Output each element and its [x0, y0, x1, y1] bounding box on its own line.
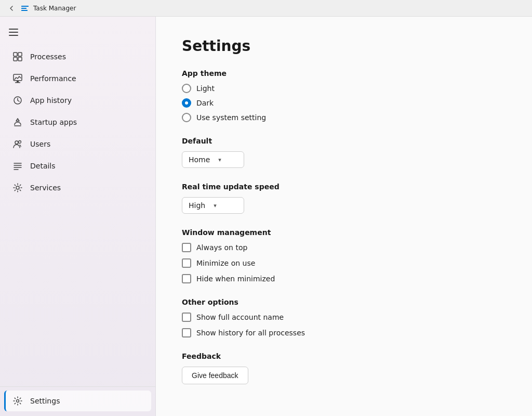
- svg-point-16: [19, 141, 21, 144]
- default-label: Default: [182, 137, 506, 145]
- other-options-label: Other options: [182, 298, 506, 306]
- users-icon: [12, 139, 23, 149]
- checkbox-box-minimize-on-use: [182, 258, 191, 268]
- sidebar-item-label-services: Services: [30, 184, 61, 192]
- radio-label-dark: Dark: [196, 99, 214, 107]
- update-speed-section: Real time update speed High ▾: [182, 183, 506, 214]
- update-speed-dropdown[interactable]: High ▾: [182, 197, 244, 214]
- sidebar-item-startup-apps[interactable]: Startup apps: [4, 112, 151, 133]
- app-body: Processes Performance App history: [0, 17, 532, 416]
- svg-rect-5: [9, 35, 18, 36]
- performance-icon: [12, 73, 23, 84]
- services-icon: [12, 183, 23, 193]
- sidebar-item-settings[interactable]: Settings: [4, 391, 151, 411]
- svg-rect-8: [14, 57, 17, 61]
- checkbox-box-show-history: [182, 328, 191, 337]
- checkbox-always-on-top[interactable]: Always on top: [182, 243, 506, 252]
- svg-rect-3: [9, 29, 18, 30]
- titlebar: Task Manager: [0, 0, 532, 17]
- svg-point-22: [17, 400, 19, 402]
- app-theme-section: App theme Light Dark Use system setting: [182, 69, 506, 122]
- checkbox-hide-when-minimized[interactable]: Hide when minimized: [182, 274, 506, 283]
- sidebar-item-services[interactable]: Services: [4, 177, 151, 198]
- svg-rect-11: [17, 81, 19, 82]
- processes-icon: [12, 51, 23, 62]
- sidebar-divider: [0, 386, 155, 387]
- sidebar-spacer: [0, 199, 155, 383]
- app-theme-label: App theme: [182, 69, 506, 77]
- checkbox-show-history-all-processes[interactable]: Show history for all processes: [182, 328, 506, 337]
- sidebar-item-label-performance: Performance: [30, 74, 76, 83]
- page-title: Settings: [182, 37, 506, 55]
- checkbox-box-hide-when-minimized: [182, 274, 191, 283]
- radio-circle-system: [182, 113, 191, 122]
- checkbox-box-always-on-top: [182, 243, 191, 252]
- svg-rect-1: [21, 8, 26, 9]
- checkbox-label-show-full-account: Show full account name: [196, 313, 284, 321]
- checkbox-box-show-full-account: [182, 313, 191, 322]
- details-icon: [12, 161, 23, 171]
- sidebar-item-label-users: Users: [30, 140, 50, 148]
- radio-label-light: Light: [196, 84, 215, 93]
- back-button[interactable]: [6, 3, 17, 14]
- update-speed-label: Real time update speed: [182, 183, 506, 191]
- window-management-checkbox-group: Always on top Minimize on use Hide when …: [182, 243, 506, 283]
- sidebar-item-label-app-history: App history: [30, 96, 72, 105]
- sidebar-item-label-details: Details: [30, 162, 56, 170]
- window-management-section: Window management Always on top Minimize…: [182, 228, 506, 283]
- svg-rect-0: [21, 6, 29, 7]
- checkbox-show-full-account-name[interactable]: Show full account name: [182, 313, 506, 322]
- radio-light[interactable]: Light: [182, 84, 506, 93]
- svg-rect-12: [15, 82, 20, 83]
- give-feedback-button[interactable]: Give feedback: [182, 367, 248, 384]
- svg-rect-4: [9, 32, 18, 33]
- app-theme-radio-group: Light Dark Use system setting: [182, 84, 506, 122]
- sidebar-item-label-settings: Settings: [30, 397, 60, 405]
- update-speed-value: High: [189, 201, 205, 210]
- svg-point-21: [16, 186, 19, 189]
- main-content: Settings App theme Light Dark Use system…: [156, 17, 532, 416]
- sidebar: Processes Performance App history: [0, 17, 156, 416]
- svg-rect-6: [14, 53, 17, 56]
- sidebar-item-users[interactable]: Users: [4, 134, 151, 154]
- checkbox-label-minimize-on-use: Minimize on use: [196, 259, 255, 267]
- svg-rect-7: [18, 53, 22, 56]
- checkbox-minimize-on-use[interactable]: Minimize on use: [182, 258, 506, 268]
- other-options-checkbox-group: Show full account name Show history for …: [182, 313, 506, 337]
- radio-circle-dark: [182, 98, 191, 108]
- radio-system[interactable]: Use system setting: [182, 113, 506, 122]
- checkbox-label-show-history: Show history for all processes: [196, 329, 305, 337]
- checkbox-label-always-on-top: Always on top: [196, 243, 247, 252]
- settings-icon: [12, 396, 23, 406]
- hamburger-button[interactable]: [4, 23, 23, 42]
- radio-label-system: Use system setting: [196, 113, 266, 122]
- chevron-down-icon: ▾: [218, 157, 221, 163]
- sidebar-item-performance[interactable]: Performance: [4, 68, 151, 89]
- feedback-label: Feedback: [182, 352, 506, 360]
- svg-point-15: [15, 141, 18, 144]
- default-dropdown-value: Home: [189, 155, 210, 164]
- chevron-down-icon-speed: ▾: [214, 202, 217, 209]
- default-dropdown[interactable]: Home ▾: [182, 151, 244, 168]
- sidebar-item-label-processes: Processes: [30, 53, 66, 61]
- window-management-label: Window management: [182, 228, 506, 237]
- feedback-section: Feedback Give feedback: [182, 352, 506, 384]
- task-manager-icon: [21, 4, 29, 12]
- titlebar-title: Task Manager: [33, 5, 76, 12]
- radio-circle-light: [182, 84, 191, 93]
- startup-icon: [12, 117, 23, 127]
- sidebar-item-details[interactable]: Details: [4, 155, 151, 176]
- sidebar-item-label-startup-apps: Startup apps: [30, 118, 77, 126]
- app-history-icon: [12, 95, 23, 106]
- sidebar-item-processes[interactable]: Processes: [4, 46, 151, 67]
- other-options-section: Other options Show full account name Sho…: [182, 298, 506, 337]
- svg-rect-9: [18, 57, 22, 61]
- sidebar-item-app-history[interactable]: App history: [4, 90, 151, 111]
- default-section: Default Home ▾: [182, 137, 506, 168]
- radio-dark[interactable]: Dark: [182, 98, 506, 108]
- checkbox-label-hide-when-minimized: Hide when minimized: [196, 275, 275, 283]
- svg-rect-2: [21, 10, 28, 11]
